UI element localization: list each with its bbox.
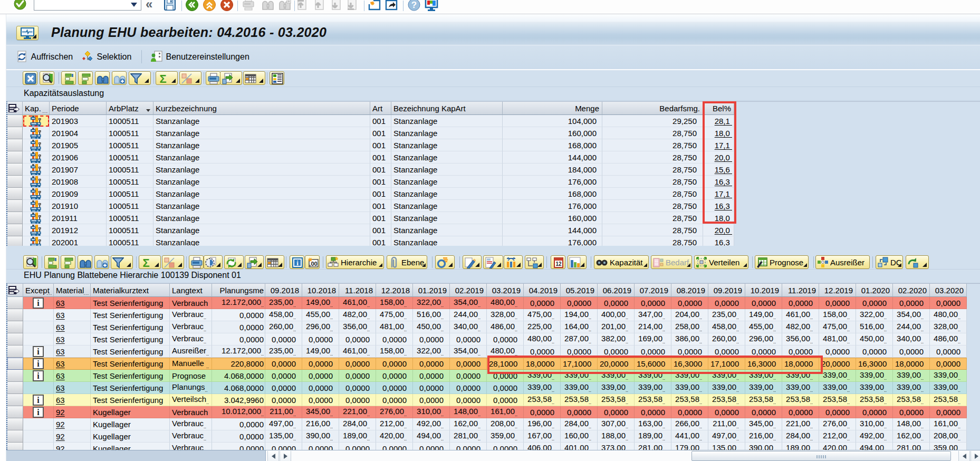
svg-text:,00: ,00 (309, 261, 317, 267)
svg-text:?: ? (411, 0, 417, 10)
svg-text:12: 12 (555, 261, 562, 267)
svg-text:Σ: Σ (159, 73, 166, 84)
svg-text:i: i (296, 259, 299, 267)
svg-text:Σ: Σ (142, 257, 149, 268)
